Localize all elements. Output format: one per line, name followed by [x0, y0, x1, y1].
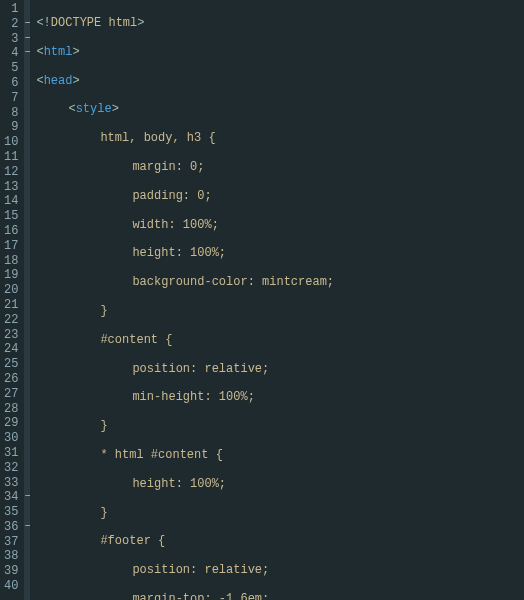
line-number: 37 [4, 535, 18, 550]
code-line: margin: 0; [36, 160, 524, 175]
line-number: 20 [4, 283, 18, 298]
code-line: } [36, 506, 524, 521]
code-line: <style> [36, 102, 524, 117]
line-number: 5 [4, 61, 18, 76]
line-number: 36 [4, 520, 18, 535]
code-line: * html #content { [36, 448, 524, 463]
line-number: 31 [4, 446, 18, 461]
line-number: 11 [4, 150, 18, 165]
line-number: 26 [4, 372, 18, 387]
code-line: <html> [36, 45, 524, 60]
code-line: margin-top: -1.6em; [36, 592, 524, 600]
line-number: 39 [4, 564, 18, 579]
code-line: height: 100%; [36, 246, 524, 261]
line-number: 1 [4, 2, 18, 17]
code-line: html, body, h3 { [36, 131, 524, 146]
code-line: } [36, 419, 524, 434]
line-number: 17 [4, 239, 18, 254]
line-number: 38 [4, 549, 18, 564]
code-line: background-color: mintcream; [36, 275, 524, 290]
code-line: padding: 0; [36, 189, 524, 204]
code-area[interactable]: <!DOCTYPE html> <html> <head> <style> ht… [30, 0, 524, 600]
line-number: 8 [4, 106, 18, 121]
line-number: 15 [4, 209, 18, 224]
line-number: 6 [4, 76, 18, 91]
line-number: 30 [4, 431, 18, 446]
line-number: 29 [4, 416, 18, 431]
line-number: 4 [4, 46, 18, 61]
line-number: 33 [4, 476, 18, 491]
line-number: 28 [4, 402, 18, 417]
line-number: 10 [4, 135, 18, 150]
code-line: #footer { [36, 534, 524, 549]
code-line: min-height: 100%; [36, 390, 524, 405]
code-line: <!DOCTYPE html> [36, 16, 524, 31]
line-number: 13 [4, 180, 18, 195]
code-line: height: 100%; [36, 477, 524, 492]
code-line: } [36, 304, 524, 319]
line-number: 19 [4, 268, 18, 283]
line-number: 12 [4, 165, 18, 180]
line-number: 3 [4, 32, 18, 47]
code-line: <head> [36, 74, 524, 89]
line-number: 25 [4, 357, 18, 372]
line-number: 35 [4, 505, 18, 520]
code-line: position: relative; [36, 563, 524, 578]
line-number: 27 [4, 387, 18, 402]
line-number: 16 [4, 224, 18, 239]
line-number: 40 [4, 579, 18, 594]
line-number: 2 [4, 17, 18, 32]
line-number: 23 [4, 328, 18, 343]
line-number: 7 [4, 91, 18, 106]
line-number: 22 [4, 313, 18, 328]
line-number: 32 [4, 461, 18, 476]
line-number-gutter: 1 2 3 4 5 6 7 8 9 10 11 12 13 14 15 16 1… [0, 0, 24, 600]
line-number: 18 [4, 254, 18, 269]
code-editor: 1 2 3 4 5 6 7 8 9 10 11 12 13 14 15 16 1… [0, 0, 524, 600]
line-number: 21 [4, 298, 18, 313]
line-number: 34 [4, 490, 18, 505]
code-line: position: relative; [36, 362, 524, 377]
code-line: width: 100%; [36, 218, 524, 233]
code-line: #content { [36, 333, 524, 348]
line-number: 24 [4, 342, 18, 357]
line-number: 14 [4, 194, 18, 209]
line-number: 9 [4, 120, 18, 135]
